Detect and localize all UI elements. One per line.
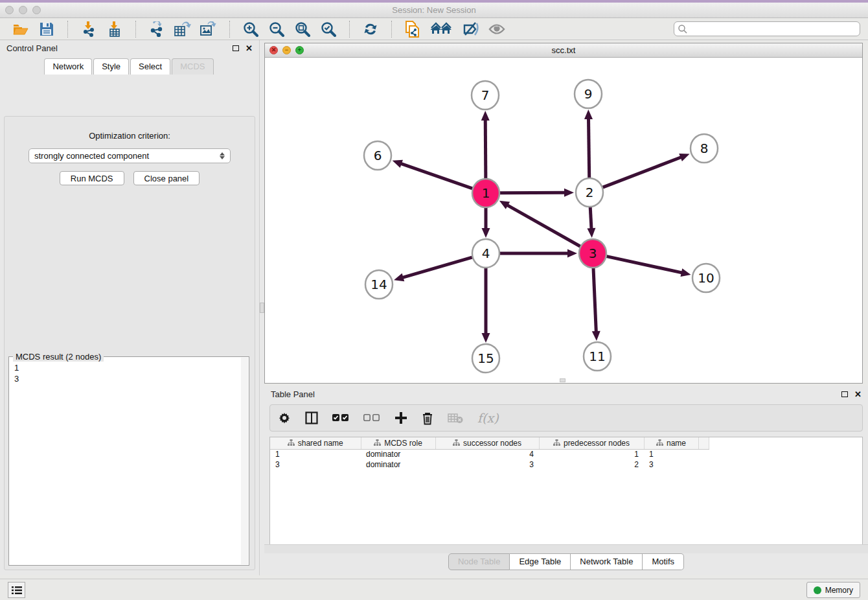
close-panel-button[interactable]: Close panel (133, 171, 200, 185)
graph-edge-2-9[interactable] (588, 118, 589, 178)
graph-edge-4-14[interactable] (402, 257, 472, 278)
table-cell[interactable]: 3 (270, 459, 361, 470)
delete-column-icon[interactable] (422, 410, 433, 426)
open-file-icon[interactable] (12, 21, 29, 38)
canvas-grip[interactable] (560, 378, 565, 382)
table-cell[interactable]: dominator (361, 449, 435, 459)
mcds-result-title: MCDS result (2 nodes) (13, 352, 104, 362)
graph-edge-1-2[interactable] (500, 192, 565, 193)
graph-edge-3-1[interactable] (507, 205, 580, 246)
tab-style[interactable]: Style (93, 58, 129, 75)
graph-node-4[interactable]: 4 (472, 239, 499, 268)
export-table-icon[interactable] (174, 21, 191, 38)
column-header-successor-nodes[interactable]: successor nodes (435, 437, 539, 449)
table-cell[interactable]: 3 (644, 459, 698, 470)
show-hide-icon[interactable] (488, 21, 505, 38)
graph-edge-arrow (584, 110, 593, 119)
graph-edge-1-7[interactable] (485, 119, 486, 179)
network-canvas[interactable]: 7968124314101511 (265, 58, 862, 383)
graph-node-8[interactable]: 8 (691, 134, 718, 163)
settings-gear-icon[interactable] (278, 410, 291, 426)
splitter-grip[interactable] (260, 303, 264, 313)
optimization-criterion-select[interactable]: strongly connected component (29, 148, 231, 163)
table-cell[interactable]: 2 (539, 459, 644, 470)
zoom-selected-icon[interactable] (320, 21, 337, 38)
column-header-predecessor-nodes[interactable]: predecessor nodes (539, 437, 644, 449)
export-image-icon[interactable] (200, 21, 217, 38)
table-body[interactable]: 1dominator4113dominator323 (270, 449, 709, 470)
table-cell[interactable]: dominator (361, 459, 435, 470)
network-view-window: ✕ − + scc.txt 7968124314101511 (264, 43, 863, 384)
zoom-fit-icon[interactable] (294, 21, 311, 38)
tab-network-table[interactable]: Network Table (571, 553, 643, 570)
float-table-panel-icon[interactable] (841, 390, 848, 398)
graph-node-14[interactable]: 14 (365, 270, 393, 299)
tab-select[interactable]: Select (130, 58, 170, 75)
node-table-grid[interactable]: shared nameMCDS rolesuccessor nodesprede… (270, 437, 709, 470)
graph-node-15[interactable]: 15 (472, 344, 499, 373)
table-cell[interactable]: 3 (435, 459, 539, 470)
zoom-out-icon[interactable] (268, 21, 285, 38)
float-panel-icon[interactable] (233, 44, 239, 52)
function-builder-icon: f(x) (477, 410, 499, 426)
graph-node-label: 15 (477, 351, 494, 366)
network-window-titlebar[interactable]: ✕ − + scc.txt (265, 43, 862, 58)
table-cell[interactable]: 1 (270, 449, 361, 459)
vertical-splitter[interactable] (259, 40, 264, 575)
tab-network[interactable]: Network (44, 58, 92, 75)
import-network-icon[interactable] (80, 21, 97, 38)
graph-node-7[interactable]: 7 (472, 81, 499, 110)
table-panel: Table Panel ✕ f(x) shared nameMCD (264, 386, 868, 575)
tab-mcds[interactable]: MCDS (172, 58, 213, 75)
graph-node-11[interactable]: 11 (584, 342, 611, 371)
graph-node-3[interactable]: 3 (579, 239, 606, 268)
deselect-all-icon[interactable] (363, 410, 380, 426)
close-panel-icon[interactable]: ✕ (246, 44, 253, 52)
hide-selected-icon[interactable] (463, 21, 479, 38)
export-network-icon[interactable] (148, 21, 165, 38)
graph-node-6[interactable]: 6 (364, 141, 391, 170)
table-cell[interactable]: 1 (644, 449, 698, 459)
search-input[interactable] (688, 23, 860, 35)
graph-node-1[interactable]: 1 (472, 179, 499, 207)
task-history-button[interactable] (8, 582, 25, 598)
column-header-MCDS-role[interactable]: MCDS role (361, 437, 435, 449)
table-panel-header: Table Panel ✕ (264, 386, 868, 402)
column-header-name[interactable]: name (644, 437, 698, 449)
column-visibility-icon[interactable] (305, 410, 318, 426)
run-mcds-button[interactable]: Run MCDS (60, 171, 124, 185)
tab-edge-table[interactable]: Edge Table (510, 553, 571, 570)
table-row[interactable]: 3dominator323 (270, 459, 709, 470)
table-cell[interactable]: 1 (539, 449, 644, 459)
tab-motifs[interactable]: Motifs (643, 553, 684, 570)
table-panel-strip (264, 544, 868, 553)
table-cell[interactable]: 4 (435, 449, 539, 459)
mcds-result-scrollbar[interactable] (241, 358, 248, 564)
graph-node-10[interactable]: 10 (692, 264, 720, 292)
zoom-in-icon[interactable] (242, 21, 259, 38)
graph-edge-3-10[interactable] (606, 257, 682, 273)
mcds-result-text[interactable]: 1 3 (14, 362, 241, 564)
graph-node-2[interactable]: 2 (576, 178, 603, 207)
graph-edge-2-3[interactable] (590, 207, 591, 229)
select-all-icon[interactable] (332, 410, 349, 426)
table-row[interactable]: 1dominator411 (270, 449, 709, 459)
table-header-row[interactable]: shared nameMCDS rolesuccessor nodesprede… (270, 437, 709, 449)
close-table-panel-icon[interactable]: ✕ (854, 390, 862, 398)
graph-node-9[interactable]: 9 (575, 80, 602, 108)
first-neighbors-icon[interactable] (430, 21, 453, 38)
import-table-icon[interactable] (106, 21, 123, 38)
graph-edge-2-8[interactable] (603, 157, 682, 187)
apply-layout-icon[interactable] (362, 21, 379, 38)
add-column-icon[interactable] (394, 410, 407, 426)
tab-node-table[interactable]: Node Table (448, 553, 510, 570)
memory-button[interactable]: Memory (806, 582, 860, 598)
toolbar-separator (135, 21, 136, 38)
save-session-icon[interactable] (38, 21, 55, 38)
graph-edge-1-6[interactable] (400, 163, 472, 189)
column-header-shared-name[interactable]: shared name (270, 437, 361, 449)
clone-network-icon[interactable] (404, 21, 421, 38)
main-toolbar (0, 18, 868, 40)
graph-edge-3-11[interactable] (593, 268, 596, 332)
search-icon (678, 24, 688, 34)
